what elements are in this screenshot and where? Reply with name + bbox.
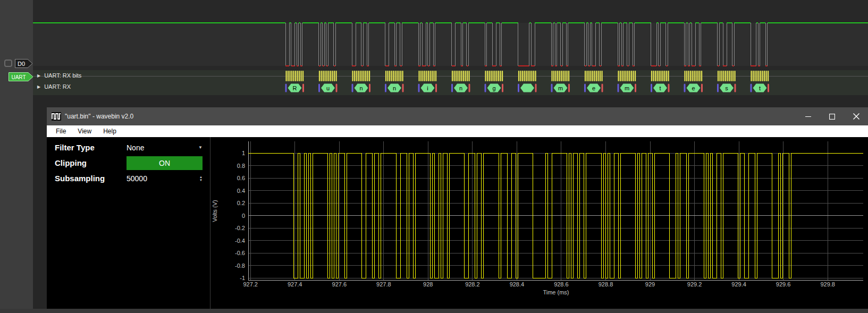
svg-text:m: m	[625, 85, 629, 91]
clipping-row: Clipping ON	[47, 155, 210, 171]
menu-help[interactable]: Help	[97, 125, 122, 137]
svg-text:-1: -1	[240, 275, 245, 281]
svg-text:n: n	[359, 85, 363, 91]
svg-text:928.4: 928.4	[510, 281, 525, 287]
svg-text:927.8: 927.8	[376, 281, 391, 287]
spinner-down-icon[interactable]: ▼	[199, 179, 203, 182]
d0-digital-trace	[33, 23, 868, 66]
minimize-icon	[805, 114, 811, 120]
triangle-right-icon: ▶	[37, 73, 40, 78]
window-buttons	[796, 107, 868, 125]
svg-text:929.4: 929.4	[731, 281, 746, 287]
window-title: "uart.bin" - wavebin v2.0	[65, 113, 133, 120]
titlebar[interactable]: "uart.bin" - wavebin v2.0	[47, 107, 868, 125]
svg-text:929.6: 929.6	[776, 281, 791, 287]
svg-text:u: u	[326, 85, 330, 91]
menu-file[interactable]: File	[50, 125, 72, 137]
close-icon	[853, 113, 859, 120]
svg-text:928.8: 928.8	[599, 281, 613, 287]
svg-text:-0.2: -0.2	[235, 225, 245, 231]
svg-text:1: 1	[242, 150, 245, 156]
svg-text:m: m	[558, 85, 563, 91]
svg-text:n: n	[459, 85, 462, 91]
clipping-label: Clipping	[55, 158, 127, 167]
decoder-row-rx[interactable]: ▶ UART: RX	[37, 83, 71, 90]
menubar: File View Help	[47, 125, 868, 137]
clipping-toggle-button[interactable]: ON	[127, 156, 203, 170]
channel-tag-label: D0	[18, 61, 25, 67]
svg-text:0.4: 0.4	[237, 188, 245, 194]
maximize-icon	[829, 114, 835, 120]
svg-text:0.2: 0.2	[237, 200, 245, 206]
svg-text:i: i	[427, 85, 428, 91]
filter-type-row: Filter Type None ▼	[47, 140, 210, 155]
svg-text:0.6: 0.6	[237, 175, 245, 181]
svg-text:-0.6: -0.6	[235, 250, 245, 256]
plot-canvas[interactable]: 927.2927.4927.6927.8928928.2928.4928.692…	[210, 137, 868, 309]
filter-type-dropdown[interactable]: None ▼	[127, 143, 203, 152]
svg-text:928: 928	[423, 281, 433, 287]
svg-text:e: e	[592, 85, 595, 91]
svg-text:R: R	[293, 85, 297, 91]
window-content: Filter Type None ▼ Clipping ON Subsampli…	[47, 137, 868, 309]
svg-text:0.8: 0.8	[237, 163, 245, 169]
chevron-down-icon: ▼	[198, 145, 203, 150]
svg-text:927.4: 927.4	[288, 281, 302, 287]
maximize-button[interactable]	[820, 107, 844, 125]
svg-text:929: 929	[645, 281, 655, 287]
svg-text:927.6: 927.6	[332, 281, 347, 287]
decoder-tag-label: UART	[11, 74, 26, 80]
spinner: ▲ ▼	[199, 175, 203, 182]
la-sidebar	[0, 0, 33, 313]
svg-text:-0.8: -0.8	[235, 263, 245, 269]
svg-text:e: e	[692, 85, 695, 91]
decoder-row-rx-bits[interactable]: ▶ UART: RX bits	[37, 72, 81, 79]
decoder-tag-uart[interactable]: UART	[9, 72, 34, 81]
svg-text:g: g	[492, 85, 495, 91]
svg-text:-0.4: -0.4	[235, 238, 245, 244]
square-wave-icon	[52, 112, 61, 121]
filter-type-label: Filter Type	[55, 143, 127, 152]
tick-labels: 927.2927.4927.6927.8928928.2928.4928.692…	[235, 150, 835, 287]
channel-tag-d0[interactable]: D0	[15, 59, 33, 68]
filter-type-value: None	[127, 143, 144, 152]
svg-text:928.6: 928.6	[554, 281, 569, 287]
y-axis-title: Volts (V)	[212, 200, 218, 222]
wavebin-window: "uart.bin" - wavebin v2.0	[47, 107, 868, 309]
svg-text:t: t	[759, 85, 761, 91]
bottom-strip	[0, 309, 868, 313]
svg-text:t: t	[659, 85, 661, 91]
close-button[interactable]	[844, 107, 868, 125]
channel-group-handle-icon[interactable]	[4, 60, 12, 67]
x-axis-title: Time (ms)	[543, 289, 569, 295]
svg-text:n: n	[393, 85, 396, 91]
svg-text:928.2: 928.2	[465, 281, 480, 287]
subsampling-label: Subsampling	[55, 174, 127, 183]
svg-text:929.2: 929.2	[687, 281, 702, 287]
svg-text:s: s	[725, 85, 728, 91]
triangle-right-icon: ▶	[37, 84, 40, 89]
screen: Runningmemtest D0 UART ▶ UART: RX bits ▶…	[0, 0, 868, 313]
subsampling-value: 50000	[127, 174, 147, 183]
svg-text:927.2: 927.2	[243, 281, 258, 287]
d0-trace-canvas[interactable]: Runningmemtest	[33, 0, 868, 107]
menu-view[interactable]: View	[72, 125, 97, 137]
plot-grid	[248, 141, 863, 280]
decoder-row-rx-bits-label: UART: RX bits	[44, 72, 81, 79]
subsampling-row: Subsampling 50000 ▲ ▼	[47, 171, 210, 186]
minimize-button[interactable]	[796, 107, 820, 125]
plot-area[interactable]: 927.2927.4927.6927.8928928.2928.4928.692…	[210, 137, 868, 309]
uart-char-annotation	[520, 84, 534, 92]
subsampling-spinbox[interactable]: 50000 ▲ ▼	[127, 174, 203, 183]
settings-panel: Filter Type None ▼ Clipping ON Subsampli…	[47, 137, 210, 309]
svg-text:929.8: 929.8	[820, 281, 835, 287]
decoder-row-rx-label: UART: RX	[44, 83, 71, 90]
svg-text:0: 0	[242, 213, 245, 219]
uart-annotations: Runningmemtest	[285, 71, 770, 92]
